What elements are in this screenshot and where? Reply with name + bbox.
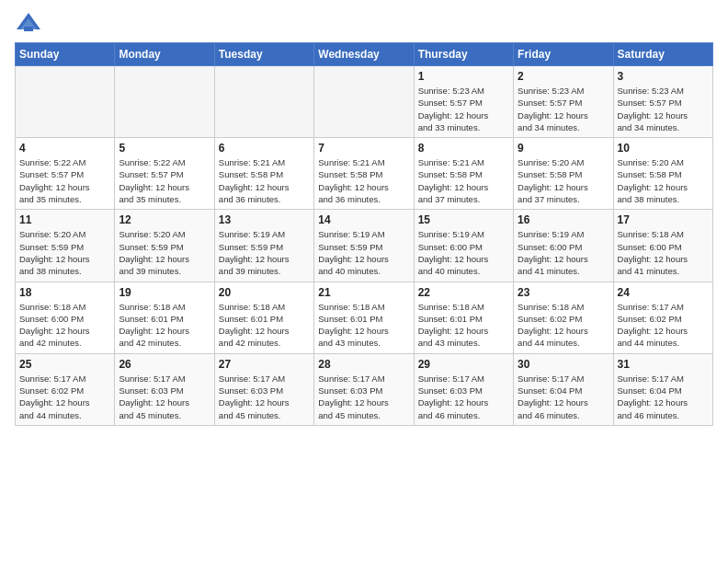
day-info: Sunrise: 5:19 AM Sunset: 6:00 PM Dayligh… <box>518 228 609 277</box>
calendar-cell: 10Sunrise: 5:20 AM Sunset: 5:58 PM Dayli… <box>613 138 712 210</box>
calendar-header-tuesday: Tuesday <box>214 43 313 66</box>
day-info: Sunrise: 5:18 AM Sunset: 6:01 PM Dayligh… <box>119 301 210 350</box>
day-number: 17 <box>618 213 709 226</box>
day-info: Sunrise: 5:20 AM Sunset: 5:58 PM Dayligh… <box>518 156 609 205</box>
calendar-cell: 16Sunrise: 5:19 AM Sunset: 6:00 PM Dayli… <box>514 210 613 282</box>
day-info: Sunrise: 5:21 AM Sunset: 5:58 PM Dayligh… <box>318 156 409 205</box>
calendar-cell: 13Sunrise: 5:19 AM Sunset: 5:59 PM Dayli… <box>214 210 313 282</box>
calendar-table: SundayMondayTuesdayWednesdayThursdayFrid… <box>15 42 713 426</box>
calendar-cell: 31Sunrise: 5:17 AM Sunset: 6:04 PM Dayli… <box>613 353 712 425</box>
calendar-cell: 11Sunrise: 5:20 AM Sunset: 5:59 PM Dayli… <box>16 210 115 282</box>
day-number: 25 <box>19 358 110 371</box>
calendar-cell: 12Sunrise: 5:20 AM Sunset: 5:59 PM Dayli… <box>115 210 214 282</box>
day-info: Sunrise: 5:17 AM Sunset: 6:02 PM Dayligh… <box>19 373 110 421</box>
day-number: 5 <box>119 142 210 155</box>
day-info: Sunrise: 5:17 AM Sunset: 6:04 PM Dayligh… <box>618 373 709 421</box>
day-info: Sunrise: 5:17 AM Sunset: 6:03 PM Dayligh… <box>219 373 310 421</box>
calendar-cell: 1Sunrise: 5:23 AM Sunset: 5:57 PM Daylig… <box>414 66 513 138</box>
day-number: 19 <box>119 286 210 299</box>
calendar-cell: 28Sunrise: 5:17 AM Sunset: 6:03 PM Dayli… <box>314 353 414 425</box>
calendar-header-wednesday: Wednesday <box>314 43 414 66</box>
day-number: 30 <box>518 358 609 371</box>
day-number: 18 <box>19 286 110 299</box>
calendar-cell: 17Sunrise: 5:18 AM Sunset: 6:00 PM Dayli… <box>613 210 712 282</box>
calendar-cell: 24Sunrise: 5:17 AM Sunset: 6:02 PM Dayli… <box>613 282 712 353</box>
day-number: 23 <box>518 286 609 299</box>
calendar-cell: 4Sunrise: 5:22 AM Sunset: 5:57 PM Daylig… <box>16 138 115 210</box>
day-number: 15 <box>418 213 509 226</box>
calendar-cell: 6Sunrise: 5:21 AM Sunset: 5:58 PM Daylig… <box>214 138 313 210</box>
day-number: 9 <box>518 142 609 155</box>
calendar-cell: 2Sunrise: 5:23 AM Sunset: 5:57 PM Daylig… <box>514 66 613 138</box>
calendar-week-3: 11Sunrise: 5:20 AM Sunset: 5:59 PM Dayli… <box>16 210 713 282</box>
calendar-header-saturday: Saturday <box>613 43 712 66</box>
calendar-header-thursday: Thursday <box>414 43 513 66</box>
day-number: 28 <box>318 358 409 371</box>
day-number: 20 <box>219 286 310 299</box>
calendar-header-monday: Monday <box>115 43 214 66</box>
day-number: 14 <box>318 213 409 226</box>
day-info: Sunrise: 5:18 AM Sunset: 6:02 PM Dayligh… <box>518 301 609 350</box>
calendar-cell: 9Sunrise: 5:20 AM Sunset: 5:58 PM Daylig… <box>514 138 613 210</box>
day-info: Sunrise: 5:23 AM Sunset: 5:57 PM Dayligh… <box>518 85 609 133</box>
calendar-header-row: SundayMondayTuesdayWednesdayThursdayFrid… <box>16 43 713 66</box>
day-info: Sunrise: 5:18 AM Sunset: 6:00 PM Dayligh… <box>618 228 709 277</box>
day-info: Sunrise: 5:23 AM Sunset: 5:57 PM Dayligh… <box>418 85 509 133</box>
day-info: Sunrise: 5:22 AM Sunset: 5:57 PM Dayligh… <box>19 156 110 205</box>
day-info: Sunrise: 5:18 AM Sunset: 6:00 PM Dayligh… <box>19 301 110 350</box>
day-number: 22 <box>418 286 509 299</box>
day-number: 29 <box>418 358 509 371</box>
day-info: Sunrise: 5:21 AM Sunset: 5:58 PM Dayligh… <box>418 156 509 205</box>
day-number: 16 <box>518 213 609 226</box>
header <box>15 9 713 37</box>
day-info: Sunrise: 5:19 AM Sunset: 5:59 PM Dayligh… <box>318 228 409 277</box>
day-number: 24 <box>618 286 709 299</box>
calendar-cell <box>16 66 115 138</box>
calendar-week-1: 1Sunrise: 5:23 AM Sunset: 5:57 PM Daylig… <box>16 66 713 138</box>
day-info: Sunrise: 5:21 AM Sunset: 5:58 PM Dayligh… <box>219 156 310 205</box>
calendar-cell <box>314 66 414 138</box>
day-info: Sunrise: 5:17 AM Sunset: 6:03 PM Dayligh… <box>318 373 409 421</box>
calendar-cell: 26Sunrise: 5:17 AM Sunset: 6:03 PM Dayli… <box>115 353 214 425</box>
day-number: 3 <box>618 70 709 83</box>
day-number: 2 <box>518 70 609 83</box>
day-number: 27 <box>219 358 310 371</box>
calendar-header-friday: Friday <box>514 43 613 66</box>
day-number: 11 <box>19 213 110 226</box>
calendar-week-5: 25Sunrise: 5:17 AM Sunset: 6:02 PM Dayli… <box>16 353 713 425</box>
logo <box>15 9 46 37</box>
calendar-cell: 29Sunrise: 5:17 AM Sunset: 6:03 PM Dayli… <box>414 353 513 425</box>
day-number: 6 <box>219 142 310 155</box>
day-info: Sunrise: 5:19 AM Sunset: 6:00 PM Dayligh… <box>418 228 509 277</box>
calendar-week-4: 18Sunrise: 5:18 AM Sunset: 6:00 PM Dayli… <box>16 282 713 353</box>
calendar-cell: 27Sunrise: 5:17 AM Sunset: 6:03 PM Dayli… <box>214 353 313 425</box>
calendar-cell: 25Sunrise: 5:17 AM Sunset: 6:02 PM Dayli… <box>16 353 115 425</box>
calendar-cell <box>214 66 313 138</box>
calendar-header-sunday: Sunday <box>16 43 115 66</box>
day-number: 8 <box>418 142 509 155</box>
day-info: Sunrise: 5:18 AM Sunset: 6:01 PM Dayligh… <box>318 301 409 350</box>
calendar-cell: 23Sunrise: 5:18 AM Sunset: 6:02 PM Dayli… <box>514 282 613 353</box>
calendar-cell: 15Sunrise: 5:19 AM Sunset: 6:00 PM Dayli… <box>414 210 513 282</box>
calendar-cell: 21Sunrise: 5:18 AM Sunset: 6:01 PM Dayli… <box>314 282 414 353</box>
day-info: Sunrise: 5:18 AM Sunset: 6:01 PM Dayligh… <box>219 301 310 350</box>
day-info: Sunrise: 5:22 AM Sunset: 5:57 PM Dayligh… <box>119 156 210 205</box>
day-info: Sunrise: 5:20 AM Sunset: 5:59 PM Dayligh… <box>19 228 110 277</box>
day-info: Sunrise: 5:17 AM Sunset: 6:04 PM Dayligh… <box>518 373 609 421</box>
day-info: Sunrise: 5:17 AM Sunset: 6:02 PM Dayligh… <box>618 301 709 350</box>
day-info: Sunrise: 5:23 AM Sunset: 5:57 PM Dayligh… <box>618 85 709 133</box>
day-number: 21 <box>318 286 409 299</box>
day-number: 12 <box>119 213 210 226</box>
svg-rect-2 <box>24 27 33 31</box>
day-number: 4 <box>19 142 110 155</box>
calendar-cell: 18Sunrise: 5:18 AM Sunset: 6:00 PM Dayli… <box>16 282 115 353</box>
calendar-cell: 14Sunrise: 5:19 AM Sunset: 5:59 PM Dayli… <box>314 210 414 282</box>
calendar-cell: 8Sunrise: 5:21 AM Sunset: 5:58 PM Daylig… <box>414 138 513 210</box>
day-info: Sunrise: 5:20 AM Sunset: 5:58 PM Dayligh… <box>618 156 709 205</box>
day-number: 26 <box>119 358 210 371</box>
calendar-cell: 7Sunrise: 5:21 AM Sunset: 5:58 PM Daylig… <box>314 138 414 210</box>
day-info: Sunrise: 5:17 AM Sunset: 6:03 PM Dayligh… <box>119 373 210 421</box>
calendar-cell <box>115 66 214 138</box>
calendar-cell: 22Sunrise: 5:18 AM Sunset: 6:01 PM Dayli… <box>414 282 513 353</box>
day-number: 7 <box>318 142 409 155</box>
